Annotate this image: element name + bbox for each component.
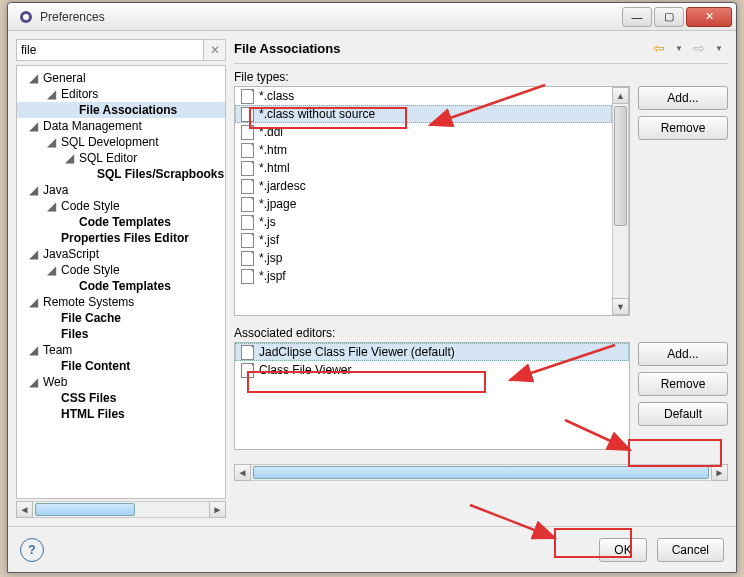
tree-item-label: HTML Files (61, 407, 125, 421)
preferences-tree[interactable]: ◢General◢EditorsFile Associations◢Data M… (16, 65, 226, 499)
tree-item-label: Code Style (61, 199, 120, 213)
scroll-right-arrow[interactable]: ► (711, 464, 728, 481)
tree-item[interactable]: File Content (17, 358, 225, 374)
twisty-icon[interactable]: ◢ (29, 119, 39, 129)
tree-item-label: Team (43, 343, 72, 357)
editors-add-button[interactable]: Add... (638, 342, 728, 366)
filetype-label: *.jsf (259, 233, 279, 247)
filter-input[interactable] (16, 39, 204, 61)
tree-item[interactable]: ◢SQL Editor (17, 150, 225, 166)
filetypes-list[interactable]: *.class*.class without source*.ddl*.htm*… (234, 86, 630, 316)
editor-item[interactable]: JadClipse Class File Viewer (default) (235, 343, 629, 361)
nav-forward-button[interactable]: ⇨ (690, 39, 708, 57)
tree-item[interactable]: HTML Files (17, 406, 225, 422)
filetypes-remove-button[interactable]: Remove (638, 116, 728, 140)
filetype-item[interactable]: *.jsp (235, 249, 612, 267)
tree-item[interactable]: ◢JavaScript (17, 246, 225, 262)
clear-filter-button[interactable]: ✕ (204, 39, 226, 61)
preferences-window: Preferences ― ▢ ✕ ✕ ◢General◢EditorsFile… (7, 2, 737, 573)
tree-item[interactable]: ◢Java (17, 182, 225, 198)
twisty-icon[interactable]: ◢ (29, 343, 39, 353)
filetype-item[interactable]: *.class without source (235, 105, 612, 123)
scroll-left-arrow[interactable]: ◄ (234, 464, 251, 481)
filetype-item[interactable]: *.js (235, 213, 612, 231)
sidebar-hscrollbar[interactable]: ◄ ► (16, 501, 226, 518)
tree-item[interactable]: ◢SQL Development (17, 134, 225, 150)
tree-item-label: JavaScript (43, 247, 99, 261)
editor-label: Class File Viewer (259, 363, 351, 377)
twisty-icon[interactable]: ◢ (29, 375, 39, 385)
titlebar[interactable]: Preferences ― ▢ ✕ (8, 3, 736, 31)
chevron-down-icon: ▼ (675, 44, 683, 53)
editors-remove-button[interactable]: Remove (638, 372, 728, 396)
filetypes-add-button[interactable]: Add... (638, 86, 728, 110)
filetype-item[interactable]: *.jardesc (235, 177, 612, 195)
file-icon (239, 214, 255, 230)
filetype-item[interactable]: *.jpage (235, 195, 612, 213)
twisty-icon[interactable]: ◢ (47, 87, 57, 97)
editor-icon (239, 344, 255, 360)
filetype-label: *.jardesc (259, 179, 306, 193)
file-icon (239, 106, 255, 122)
filetype-item[interactable]: *.jspf (235, 267, 612, 285)
scroll-down-arrow[interactable]: ▼ (612, 298, 629, 315)
editors-list[interactable]: JadClipse Class File Viewer (default)Cla… (234, 342, 630, 450)
help-button[interactable]: ? (20, 538, 44, 562)
tree-item[interactable]: SQL Files/Scrapbooks (17, 166, 225, 182)
tree-item[interactable]: Code Templates (17, 278, 225, 294)
tree-item[interactable]: ◢Web (17, 374, 225, 390)
tree-item[interactable]: ◢General (17, 70, 225, 86)
filetype-item[interactable]: *.jsf (235, 231, 612, 249)
editors-default-button[interactable]: Default (638, 402, 728, 426)
file-icon (239, 88, 255, 104)
cancel-button[interactable]: Cancel (657, 538, 724, 562)
twisty-icon[interactable]: ◢ (29, 71, 39, 81)
tree-item[interactable]: ◢Code Style (17, 198, 225, 214)
scroll-up-arrow[interactable]: ▲ (612, 87, 629, 104)
filetype-item[interactable]: *.html (235, 159, 612, 177)
nav-back-menu[interactable]: ▼ (670, 39, 688, 57)
twisty-icon[interactable]: ◢ (29, 295, 39, 305)
tree-item[interactable]: ◢Remote Systems (17, 294, 225, 310)
filetype-item[interactable]: *.class (235, 87, 612, 105)
tree-item[interactable]: File Cache (17, 310, 225, 326)
tree-item[interactable]: File Associations (17, 102, 225, 118)
twisty-icon[interactable]: ◢ (29, 247, 39, 257)
main-hscrollbar[interactable]: ◄ ► (234, 464, 728, 481)
filetype-item[interactable]: *.htm (235, 141, 612, 159)
nav-forward-menu[interactable]: ▼ (710, 39, 728, 57)
twisty-icon[interactable]: ◢ (47, 199, 57, 209)
tree-item[interactable]: Properties Files Editor (17, 230, 225, 246)
tree-item-label: Remote Systems (43, 295, 134, 309)
back-arrow-icon: ⇦ (653, 40, 665, 56)
twisty-icon[interactable]: ◢ (65, 151, 75, 161)
nav-back-button[interactable]: ⇦ (650, 39, 668, 57)
close-button[interactable]: ✕ (686, 7, 732, 27)
twisty-icon[interactable]: ◢ (47, 135, 57, 145)
tree-item[interactable]: Code Templates (17, 214, 225, 230)
twisty-icon[interactable]: ◢ (47, 263, 57, 273)
maximize-button[interactable]: ▢ (654, 7, 684, 27)
tree-item[interactable]: ◢Editors (17, 86, 225, 102)
filetype-label: *.html (259, 161, 290, 175)
editor-item[interactable]: Class File Viewer (235, 361, 629, 379)
editors-label: Associated editors: (234, 326, 728, 340)
window-title: Preferences (40, 10, 622, 24)
tree-item[interactable]: CSS Files (17, 390, 225, 406)
scroll-thumb[interactable] (35, 503, 135, 516)
scroll-right-arrow[interactable]: ► (209, 501, 226, 518)
ok-button[interactable]: OK (599, 538, 646, 562)
minimize-button[interactable]: ― (622, 7, 652, 27)
tree-item[interactable]: Files (17, 326, 225, 342)
tree-item-label: Editors (61, 87, 98, 101)
twisty-icon[interactable]: ◢ (29, 183, 39, 193)
app-icon (18, 9, 34, 25)
filetype-item[interactable]: *.ddl (235, 123, 612, 141)
tree-item[interactable]: ◢Code Style (17, 262, 225, 278)
scroll-thumb[interactable] (614, 106, 627, 226)
tree-item[interactable]: ◢Data Management (17, 118, 225, 134)
scroll-thumb[interactable] (253, 466, 709, 479)
tree-item[interactable]: ◢Team (17, 342, 225, 358)
filetypes-vscrollbar[interactable]: ▲ ▼ (612, 87, 629, 315)
scroll-left-arrow[interactable]: ◄ (16, 501, 33, 518)
